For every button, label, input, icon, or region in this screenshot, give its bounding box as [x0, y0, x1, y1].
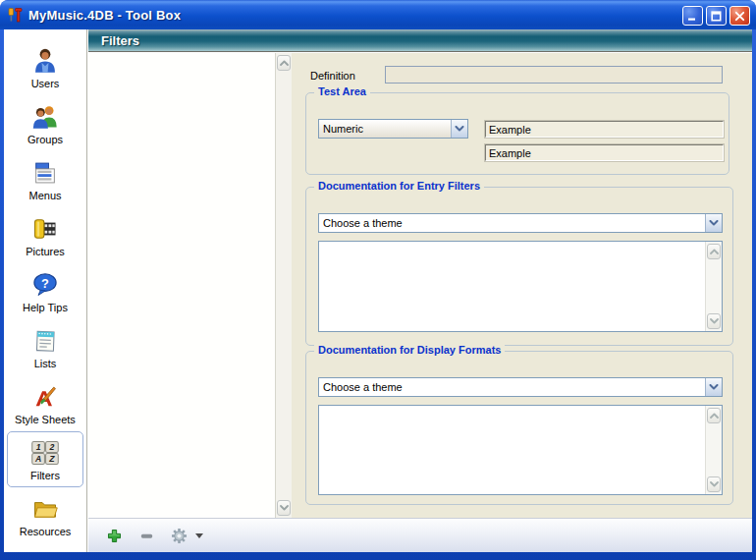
chevron-down-icon [710, 318, 719, 324]
display-theme-select[interactable]: Choose a theme [318, 377, 723, 397]
test-area-title: Test Area [314, 85, 370, 97]
chevron-down-icon [710, 481, 719, 487]
close-button[interactable] [729, 6, 750, 26]
entry-theme-select[interactable]: Choose a theme [318, 213, 723, 233]
plus-icon [106, 528, 123, 544]
minus-icon [138, 528, 155, 544]
scroll-down-button[interactable] [707, 313, 721, 329]
resources-icon [29, 493, 61, 525]
app-body: Users Groups [4, 29, 752, 552]
test-area-group: Test Area Numeric Example Example [305, 92, 729, 175]
definition-label: Definition [310, 70, 355, 82]
users-icon [29, 45, 61, 77]
scroll-up-button[interactable] [277, 55, 291, 71]
sidebar-item-resources[interactable]: Resources [7, 487, 83, 543]
window-title: MyMusic.4DB - Tool Box [28, 8, 181, 23]
filters-list[interactable] [88, 53, 292, 518]
sidebar-item-label: Lists [34, 358, 57, 369]
test-example-result: Example [489, 147, 531, 159]
chevron-down-icon [705, 214, 722, 232]
maximize-icon [711, 11, 722, 22]
scroll-down-button[interactable] [277, 500, 291, 516]
sidebar-item-lists[interactable]: Lists [7, 319, 83, 375]
display-theme-value: Choose a theme [319, 378, 705, 396]
sidebar-item-label: Help Tips [23, 302, 68, 313]
entry-docs-group: Documentation for Entry Filters Choose a… [305, 187, 733, 346]
style-sheets-icon [29, 381, 61, 413]
sidebar-item-users[interactable]: Users [7, 39, 83, 95]
pictures-icon [29, 213, 61, 245]
entry-docs-scrollbar[interactable] [705, 242, 722, 331]
display-docs-title: Documentation for Display Formats [314, 344, 505, 356]
filters-icon: 12 AZ [29, 437, 61, 469]
maximize-button[interactable] [706, 6, 727, 26]
entry-docs-title: Documentation for Entry Filters [314, 180, 484, 192]
chevron-down-icon [705, 378, 722, 396]
toolbox-window: MyMusic.4DB - Tool Box [0, 0, 756, 560]
sidebar-item-label: Menus [28, 190, 61, 201]
test-type-select[interactable]: Numeric [318, 119, 468, 139]
scroll-up-button[interactable] [707, 244, 721, 259]
menus-icon [29, 157, 61, 189]
display-docs-group: Documentation for Display Formats Choose… [305, 351, 733, 505]
sidebar: Users Groups [4, 29, 87, 552]
actions-menu-button[interactable] [169, 526, 189, 545]
sidebar-item-help-tips[interactable]: ? Help Tips [7, 263, 83, 319]
lists-icon [29, 325, 61, 357]
sidebar-item-style-sheets[interactable]: Style Sheets [7, 375, 83, 431]
section-header: Filters [88, 29, 752, 52]
entry-docs-textarea[interactable] [318, 241, 723, 332]
svg-text:A: A [34, 454, 41, 464]
sidebar-item-label: Resources [20, 526, 72, 537]
test-example-input[interactable]: Example [485, 121, 724, 138]
sidebar-item-label: Style Sheets [15, 414, 76, 425]
section-title: Filters [101, 33, 139, 48]
sidebar-item-pictures[interactable]: Pictures [7, 207, 83, 263]
close-icon [734, 11, 745, 22]
toolbox-app-icon [7, 7, 24, 24]
chevron-up-icon [710, 413, 719, 419]
svg-text:1: 1 [36, 442, 41, 452]
scroll-up-button[interactable] [707, 408, 721, 423]
help-tips-icon: ? [29, 269, 61, 301]
test-type-value: Numeric [319, 120, 451, 138]
gear-icon [170, 527, 189, 545]
sidebar-item-label: Groups [27, 134, 63, 145]
test-example-value: Example [489, 124, 531, 136]
sidebar-item-label: Pictures [26, 246, 65, 257]
caret-down-icon[interactable] [195, 533, 203, 538]
display-docs-scrollbar[interactable] [705, 406, 722, 494]
scroll-down-button[interactable] [707, 476, 721, 492]
minimize-icon [687, 11, 698, 22]
filter-detail-panel: Definition Test Area Numeric Example Exa… [292, 53, 752, 518]
titlebar: MyMusic.4DB - Tool Box [0, 0, 756, 29]
sidebar-item-filters[interactable]: 12 AZ Filters [7, 431, 83, 487]
sidebar-item-menus[interactable]: Menus [7, 151, 83, 207]
chevron-up-icon [280, 60, 289, 66]
svg-text:Z: Z [48, 454, 55, 464]
minimize-button[interactable] [682, 6, 703, 26]
svg-text:?: ? [41, 276, 49, 291]
sidebar-item-label: Filters [30, 470, 60, 481]
add-filter-button[interactable] [104, 526, 124, 545]
sidebar-item-label: Users [31, 78, 60, 89]
list-toolbar [88, 518, 752, 552]
list-scrollbar[interactable] [275, 53, 292, 518]
definition-field[interactable] [385, 66, 723, 84]
chevron-down-icon [451, 120, 467, 138]
svg-text:2: 2 [49, 442, 55, 452]
display-docs-textarea[interactable] [318, 405, 723, 495]
entry-theme-value: Choose a theme [319, 214, 705, 232]
sidebar-item-groups[interactable]: Groups [7, 95, 83, 151]
test-example-output[interactable]: Example [485, 144, 724, 161]
groups-icon [29, 101, 61, 133]
remove-filter-button[interactable] [136, 526, 156, 545]
chevron-up-icon [710, 249, 719, 254]
chevron-down-icon [280, 505, 289, 511]
